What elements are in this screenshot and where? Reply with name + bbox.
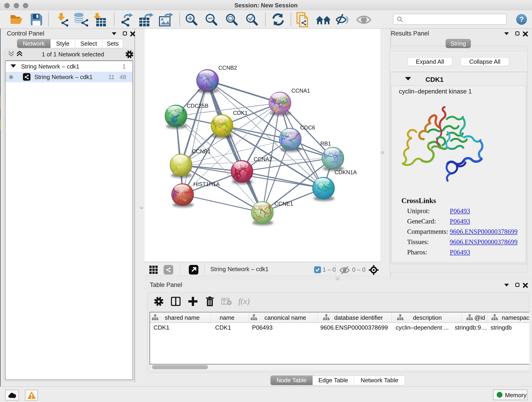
- svg-text:CCNA1: CCNA1: [291, 88, 310, 94]
- svg-text:RB1: RB1: [320, 140, 331, 147]
- svg-text:CCNB2: CCNB2: [218, 65, 237, 71]
- svg-text:CDC6: CDC6: [300, 124, 315, 131]
- svg-text:CDK1: CDK1: [233, 110, 248, 116]
- svg-text:CCNA2: CCNA2: [254, 156, 272, 162]
- svg-text:CCNB1: CCNB1: [192, 148, 210, 154]
- svg-text:CDKN1A: CDKN1A: [335, 169, 357, 175]
- svg-text:HIST1H1A: HIST1H1A: [193, 181, 220, 187]
- svg-text:CCNE1: CCNE1: [274, 201, 293, 207]
- svg-text:CDC25B: CDC25B: [187, 103, 209, 109]
